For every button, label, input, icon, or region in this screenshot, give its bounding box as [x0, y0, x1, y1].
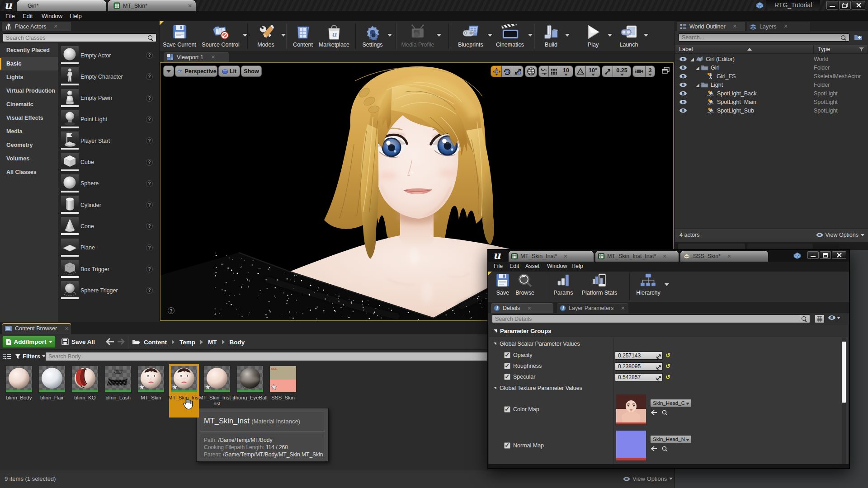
visibility-eye-icon[interactable] [679, 89, 687, 98]
category-all-classes[interactable]: All Classes [0, 165, 58, 179]
dropdown-caret-icon[interactable] [608, 34, 612, 37]
outliner-row-girl-fs[interactable]: Girl_FSSkeletalMeshActor [675, 72, 868, 80]
place-item-box-trigger[interactable]: Box Trigger? [58, 258, 159, 280]
color-map-checkbox[interactable]: ✓ [504, 406, 510, 413]
category-geometry[interactable]: Geometry [0, 138, 58, 152]
category-media[interactable]: Media [0, 125, 58, 138]
dropdown-caret-icon[interactable] [644, 34, 648, 37]
matwin-browse-button[interactable]: Browse [514, 273, 535, 300]
scale-snap-value-dropdown[interactable]: 0.25 [613, 66, 631, 77]
world-coordinate-button[interactable] [525, 66, 537, 77]
place-item-sphere[interactable]: Sphere? [58, 173, 159, 194]
outliner-row-light[interactable]: LightFolder [675, 80, 868, 89]
toolbar-play-button[interactable]: Play [580, 23, 607, 50]
help-icon[interactable]: ? [146, 73, 153, 80]
outliner-search-input[interactable]: Search... [679, 33, 849, 42]
matwin-scrollbar-thumb[interactable] [842, 342, 846, 403]
grid-snap-button[interactable] [549, 66, 559, 77]
category-recently-placed[interactable]: Recently Placed [0, 43, 58, 57]
place-item-point-light[interactable]: Point Light? [58, 109, 159, 130]
toolbar-media-profile-button[interactable]: Media Profile [400, 23, 436, 50]
matwin-menu-help[interactable]: Help [571, 263, 583, 269]
use-selected-asset-icon[interactable] [651, 446, 657, 452]
history-back-button[interactable] [105, 338, 114, 345]
camera-speed-value-dropdown[interactable]: 3 [646, 66, 655, 77]
help-icon[interactable]: ? [146, 52, 153, 59]
tab-viewport-1[interactable]: Viewport 1✕ [164, 52, 229, 62]
rotate-tool-button[interactable] [502, 66, 512, 77]
help-icon[interactable]: ? [146, 223, 153, 230]
dropdown-caret-icon[interactable] [665, 283, 669, 286]
use-selected-asset-icon[interactable] [651, 410, 657, 416]
matwin-params-button[interactable]: Params [552, 273, 575, 300]
category-lights[interactable]: Lights [0, 70, 58, 84]
help-icon[interactable]: ? [146, 116, 153, 123]
help-icon[interactable]: ? [146, 159, 153, 166]
viewport-perspective-button[interactable]: Perspective [175, 66, 217, 76]
expand-arrow-icon[interactable] [696, 66, 699, 70]
specular-checkbox[interactable]: ✓ [504, 374, 510, 380]
reset-to-default-icon[interactable]: ↺ [665, 352, 670, 358]
tab-close-icon[interactable]: ✕ [211, 54, 215, 60]
help-icon[interactable]: ? [146, 137, 153, 144]
texture-values-section-header[interactable]: Global Texture Parameter Values [489, 383, 848, 394]
toolbar-save-current-button[interactable]: Save Current [162, 23, 197, 50]
place-item-plane[interactable]: Plane? [58, 237, 159, 258]
normal-map-checkbox[interactable]: ✓ [504, 442, 510, 449]
place-item-empty-actor[interactable]: Empty Actor? [58, 45, 159, 66]
matwin-tab-layer-parameters[interactable]: iLayer Parameters✕ [557, 303, 628, 313]
angle-snap-value-dropdown[interactable]: 10° [586, 66, 600, 77]
place-search-input[interactable]: Search Classes [3, 33, 156, 42]
filters-button[interactable]: Filters [15, 353, 46, 360]
matwin-menu-window[interactable]: Window [547, 263, 567, 269]
outliner-row-girl-editor-[interactable]: Girl (Editor)World [675, 55, 868, 63]
window-close-button[interactable] [852, 1, 865, 9]
category-volumes[interactable]: Volumes [0, 152, 58, 165]
opacity-checkbox[interactable]: ✓ [504, 352, 510, 358]
parameter-groups-header[interactable]: Parameter Groups [489, 325, 848, 337]
tab-close-icon[interactable]: ✕ [53, 23, 57, 29]
tab-layers[interactable]: Layers✕ [747, 22, 810, 31]
dropdown-caret-icon[interactable] [565, 34, 570, 37]
move-tool-button[interactable] [491, 66, 502, 77]
reset-to-default-icon[interactable]: ↺ [665, 374, 670, 380]
visibility-eye-icon[interactable] [679, 72, 687, 80]
outliner-row-spotlight-sub[interactable]: SpotLight_SubSpotLight [675, 106, 868, 115]
matwin-platform-stats-button[interactable]: Platform Stats [579, 273, 620, 300]
column-header-type[interactable]: Type [814, 45, 868, 54]
viewport-maximize-icon[interactable] [662, 67, 670, 74]
toolbar-marketplace-button[interactable]: uMarketplace [318, 23, 350, 50]
display-filter-eye-button[interactable] [828, 315, 840, 320]
toolbar-launch-button[interactable]: Launch [615, 23, 643, 50]
add-import-button[interactable]: Add/Import [2, 336, 56, 348]
outliner-row-spotlight-main[interactable]: SpotLight_MainSpotLight [675, 98, 868, 106]
visibility-eye-icon[interactable] [679, 55, 687, 63]
matwin-tab-details[interactable]: iDetails✕ [491, 303, 553, 313]
window-restore-button[interactable] [839, 1, 851, 9]
place-item-empty-pawn[interactable]: Empty Pawn? [58, 88, 159, 109]
scale-snap-button[interactable] [602, 66, 613, 77]
help-icon[interactable]: ? [146, 287, 153, 294]
matwin-hierarchy-button[interactable]: Hierarchy [634, 273, 663, 300]
browse-to-asset-icon[interactable] [662, 446, 668, 452]
dropdown-caret-icon[interactable] [281, 34, 286, 37]
outliner-view-options-button[interactable]: View Options [816, 232, 864, 238]
matwin-menu-asset[interactable]: Asset [525, 263, 539, 269]
expand-arrow-icon[interactable] [690, 58, 694, 61]
visibility-eye-icon[interactable] [679, 98, 687, 106]
tab-content-browser[interactable]: Content Browser✕ [2, 323, 71, 334]
viewport-help-icon[interactable]: ? [168, 307, 175, 314]
visibility-eye-icon[interactable] [679, 107, 687, 115]
breadcrumb-content[interactable]: Content [144, 339, 167, 346]
tab-close-icon[interactable]: ✕ [784, 23, 788, 29]
menu-item-edit[interactable]: Edit [23, 11, 34, 21]
help-icon[interactable]: ? [146, 244, 153, 251]
matwin-tab-sss-skin-[interactable]: SSS_Skin*✕ [680, 251, 768, 262]
angle-snap-button[interactable] [575, 66, 586, 77]
browse-to-asset-icon[interactable] [662, 410, 668, 416]
toolbar-blueprints-button[interactable]: Blueprints [454, 23, 487, 50]
window-minimize-button[interactable] [826, 1, 838, 9]
matwin-tab-mt-skin-inst-[interactable]: MT_Skin_Inst*✕ [509, 251, 594, 262]
viewport-options-dropdown-button[interactable] [164, 66, 174, 76]
grid-view-button[interactable] [815, 314, 825, 323]
